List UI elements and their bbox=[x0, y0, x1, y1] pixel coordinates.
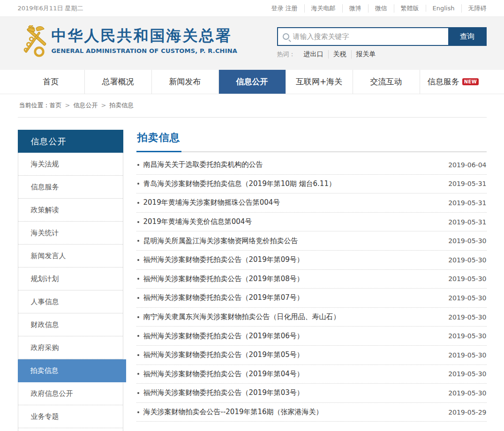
list-item: 2019年黄埔海关竞价信息第004号 2019-05-31 bbox=[136, 213, 487, 232]
sidebar-item[interactable]: 新闻发言人 bbox=[18, 245, 123, 268]
top-link[interactable]: 繁體版 bbox=[394, 4, 426, 13]
sidebar-item[interactable]: 人事信息 bbox=[18, 290, 123, 313]
nav-item-label: 交流互动 bbox=[370, 76, 402, 87]
sidebar-item[interactable]: 规划计划 bbox=[18, 268, 123, 290]
list-item-title[interactable]: 福州海关涉案财物委托拍卖公告（2019年第05号） bbox=[143, 350, 439, 359]
list-item-title[interactable]: 福州海关涉案财物委托拍卖公告（2019年第07号） bbox=[143, 293, 439, 302]
auction-list: 南昌海关关于选取委托拍卖机构的公告 2019-06-04 青岛海关涉案财物委托拍… bbox=[136, 156, 487, 422]
sidebar-item[interactable]: 信息服务 bbox=[18, 176, 123, 199]
nav-item[interactable]: 首页 bbox=[18, 70, 84, 94]
list-item: 昆明海关所属盈江海关涉案物资网络竞价拍卖公告 2019-05-30 bbox=[136, 231, 487, 251]
current-date: 2019年6月11日 星期二 bbox=[18, 4, 83, 13]
new-badge: NEW bbox=[462, 78, 479, 85]
list-item: 福州海关涉案财物委托拍卖公告（2019年第04号） 2019-05-30 bbox=[136, 365, 487, 384]
site-brand[interactable]: 中华人民共和国海关总署 GENERAL ADMINISTRATION OF CU… bbox=[18, 24, 238, 60]
nav-item[interactable]: 新闻发布 bbox=[151, 70, 218, 94]
bullet-icon bbox=[137, 240, 139, 242]
bullet-icon bbox=[137, 411, 139, 413]
list-item-title[interactable]: 福州海关涉案财物委托拍卖公告（2019年第04号） bbox=[143, 370, 439, 379]
list-item: 福州海关涉案财物委托拍卖公告（2019年第08号） 2019-05-30 bbox=[136, 270, 487, 289]
breadcrumb: 当前位置： 首页信息公开拍卖信息 bbox=[18, 94, 487, 118]
list-item-title[interactable]: 福州海关涉案财物委托拍卖公告（2019年第03号） bbox=[143, 388, 439, 397]
list-item-title[interactable]: 南昌海关关于选取委托拍卖机构的公告 bbox=[143, 160, 439, 169]
list-item-title[interactable]: 南宁海关隶属东兴海关涉案财物拍卖公告（日化用品、寿山石） bbox=[143, 312, 439, 321]
list-item: 南宁海关隶属东兴海关涉案财物拍卖公告（日化用品、寿山石） 2019-05-30 bbox=[136, 308, 487, 327]
hotword-link[interactable]: 进出口 bbox=[299, 50, 328, 59]
bullet-icon bbox=[137, 297, 139, 299]
list-item-date: 2019-05-30 bbox=[448, 351, 486, 359]
list-item-title[interactable]: 2019年黄埔海关竞价信息第004号 bbox=[143, 217, 439, 226]
list-item-title[interactable]: 海关涉案财物拍卖会公告--2019年第16期（张家港海关） bbox=[143, 408, 439, 416]
nav-item[interactable]: 交流互动 bbox=[353, 70, 420, 94]
nav-item[interactable]: 互联网+海关 bbox=[286, 70, 353, 94]
list-item-title[interactable]: 昆明海关所属盈江海关涉案物资网络竞价拍卖公告 bbox=[143, 237, 439, 245]
sidebar-item[interactable]: 政府信息公开 bbox=[18, 382, 123, 405]
list-item-date: 2019-05-29 bbox=[448, 409, 486, 416]
hotwords-label: 热词： bbox=[277, 50, 295, 59]
nav-item[interactable]: 总署概况 bbox=[84, 70, 151, 94]
bullet-icon bbox=[137, 316, 139, 318]
top-link[interactable]: 微信 bbox=[368, 4, 394, 13]
main-nav: 首页 总署概况 新闻发布 信息公开 互联网+海关 交流互动 信息服务 NEW bbox=[0, 70, 504, 94]
sidebar-item[interactable]: 海关法规 bbox=[18, 153, 123, 176]
list-item-date: 2019-05-30 bbox=[448, 332, 486, 340]
search-button[interactable]: 查询 bbox=[448, 27, 487, 46]
list-item-title[interactable]: 福州海关涉案财物委托拍卖公告（2019年第09号） bbox=[143, 255, 439, 264]
page-title-block: 拍卖信息 bbox=[136, 130, 487, 152]
nav-item-label: 信息服务 bbox=[428, 76, 459, 87]
nav-item-label: 首页 bbox=[43, 76, 59, 87]
list-item-title[interactable]: 青岛海关涉案财物委托拍卖信息（2019年第10期 烟台6.11） bbox=[143, 179, 439, 188]
sidebar-item[interactable]: 政策解读 bbox=[18, 199, 123, 222]
breadcrumb-link[interactable]: 首页 bbox=[50, 101, 62, 110]
list-item-date: 2019-05-31 bbox=[448, 180, 486, 187]
list-item-date: 2019-05-30 bbox=[448, 275, 486, 282]
hotword-link[interactable]: 报关单 bbox=[351, 50, 381, 59]
top-link[interactable]: 海关电邮 bbox=[304, 4, 342, 13]
bullet-icon bbox=[137, 354, 139, 356]
sidebar-item[interactable]: 征求意见 bbox=[18, 428, 123, 431]
search-icon bbox=[283, 33, 289, 40]
top-link[interactable]: English bbox=[426, 5, 461, 12]
bullet-icon bbox=[137, 373, 139, 375]
bullet-icon bbox=[137, 183, 139, 185]
bullet-icon bbox=[137, 221, 139, 223]
list-item-title[interactable]: 福州海关涉案财物委托拍卖公告（2019年第08号） bbox=[143, 275, 439, 283]
sidebar-item[interactable]: 业务专题 bbox=[18, 405, 123, 428]
bullet-icon bbox=[137, 392, 139, 394]
list-item-date: 2019-05-30 bbox=[448, 294, 486, 302]
list-item-date: 2019-05-30 bbox=[448, 237, 486, 245]
list-item-title[interactable]: 2019年黄埔海关涉案财物摇珠公告第004号 bbox=[143, 198, 439, 207]
sidebar-item[interactable]: 财政信息 bbox=[18, 313, 123, 336]
nav-item-label: 总署概况 bbox=[102, 76, 134, 87]
nav-item[interactable]: 信息公开 bbox=[218, 70, 286, 94]
page-title: 拍卖信息 bbox=[137, 132, 181, 143]
sidebar-item[interactable]: 政府采购 bbox=[18, 336, 123, 359]
top-link[interactable]: 无障碍 bbox=[461, 4, 487, 13]
bullet-icon bbox=[137, 164, 139, 166]
list-item-date: 2019-05-30 bbox=[448, 389, 486, 397]
bullet-icon bbox=[137, 202, 139, 204]
breadcrumb-link[interactable]: 信息公开 bbox=[62, 101, 98, 110]
top-link[interactable]: 登录 注册 bbox=[264, 4, 304, 13]
list-item-date: 2019-05-31 bbox=[448, 199, 486, 207]
customs-emblem-icon bbox=[18, 25, 47, 60]
list-item: 南昌海关关于选取委托拍卖机构的公告 2019-06-04 bbox=[136, 156, 487, 175]
sidebar-title: 信息公开 bbox=[18, 130, 123, 153]
list-item-date: 2019-06-04 bbox=[448, 161, 486, 169]
search-field-frame bbox=[277, 27, 448, 46]
top-link[interactable]: 微博 bbox=[342, 4, 368, 13]
sidebar-item[interactable]: 拍卖信息 bbox=[18, 359, 126, 382]
breadcrumb-label: 当前位置： bbox=[19, 101, 50, 110]
bullet-icon bbox=[137, 259, 139, 261]
list-item: 海关涉案财物拍卖会公告--2019年第16期（张家港海关） 2019-05-29 bbox=[136, 403, 487, 422]
nav-item[interactable]: 信息服务 NEW bbox=[420, 70, 487, 94]
list-item-title[interactable]: 福州海关涉案财物委托拍卖公告（2019年第06号） bbox=[143, 332, 439, 341]
sidebar-item[interactable]: 海关统计 bbox=[18, 222, 123, 245]
search-input[interactable] bbox=[293, 32, 444, 41]
hotword-link[interactable]: 关税 bbox=[328, 50, 351, 59]
nav-item-label: 互联网+海关 bbox=[296, 76, 342, 87]
breadcrumb-link[interactable]: 拍卖信息 bbox=[98, 101, 134, 110]
list-item-date: 2019-05-30 bbox=[448, 370, 486, 378]
bullet-icon bbox=[137, 278, 139, 280]
top-utility-bar: 2019年6月11日 星期二 登录 注册海关电邮微博微信繁體版English无障… bbox=[0, 0, 504, 17]
